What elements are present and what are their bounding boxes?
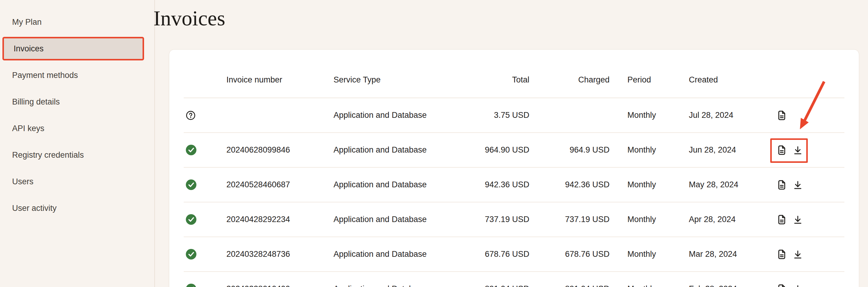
document-icon[interactable] [776,283,787,287]
header-created: Created [689,75,765,84]
cell-service-type: Application and Database [334,145,455,155]
cell-created: Feb 28, 2024 [689,284,765,287]
cell-invoice-number: 20240428292234 [226,215,334,224]
check-circle-icon [186,179,197,190]
cell-period: Monthly [610,111,689,120]
header-service-type: Service Type [334,75,455,84]
question-circle-icon [186,110,196,120]
cell-invoice-number: 20240228010400 [226,284,334,287]
cell-charged: 891.04 USD [529,284,610,287]
cell-created: Jul 28, 2024 [689,111,765,120]
cell-total: 737.19 USD [455,215,529,224]
document-icon[interactable] [776,110,787,121]
sidebar-item-label: Registry credentials [12,150,84,160]
check-circle-icon [186,249,197,260]
cell-invoice-number: 20240528460687 [226,180,334,189]
sidebar-item-label: Billing details [12,97,60,107]
download-icon[interactable] [792,214,803,225]
cell-created: May 28, 2024 [689,180,765,189]
page-title: Invoices [153,7,225,30]
document-icon[interactable] [776,179,787,191]
cell-service-type: Application and Database [334,284,455,287]
cell-created: Jun 28, 2024 [689,145,765,155]
table-row: 20240228010400 Application and Database … [184,272,844,287]
download-icon[interactable] [792,249,803,260]
download-icon[interactable] [792,179,803,190]
cell-service-type: Application and Database [334,215,455,224]
cell-service-type: Application and Database [334,111,455,120]
cell-total: 964.90 USD [455,145,529,155]
header-total: Total [455,75,529,84]
cell-period: Monthly [610,284,689,287]
check-circle-icon [186,283,197,287]
cell-invoice-number: 20240328248736 [226,250,334,259]
document-icon[interactable] [776,144,787,156]
invoices-card: Invoice number Service Type Total Charge… [169,49,859,287]
document-icon[interactable] [776,214,787,225]
table-row: 20240428292234 Application and Database … [184,203,844,237]
cell-total: 3.75 USD [455,111,529,120]
cell-period: Monthly [610,250,689,259]
table-row: Application and Database 3.75 USD Monthl… [184,98,844,133]
cell-period: Monthly [610,180,689,189]
header-period: Period [610,75,689,84]
cell-total: 942.36 USD [455,180,529,189]
cell-charged: 678.76 USD [529,250,610,259]
document-icon[interactable] [776,249,787,260]
sidebar-item-label: My Plan [12,17,42,27]
sidebar-item-label: Payment methods [12,71,78,80]
sidebar-item-user-activity[interactable]: User activity [0,195,154,221]
header-invoice-number: Invoice number [226,75,334,84]
sidebar-item-label: Users [12,177,34,186]
cell-service-type: Application and Database [334,180,455,189]
cell-total: 678.76 USD [455,250,529,259]
sidebar-item-users[interactable]: Users [0,168,154,195]
check-circle-icon [186,214,197,225]
sidebar-item-label: User activity [12,204,57,213]
billing-sidebar: My Plan Invoices Payment methods Billing… [0,0,155,287]
download-icon[interactable] [792,284,803,287]
cell-invoice-number: 20240628099846 [226,145,334,155]
download-icon[interactable] [792,145,803,155]
table-row: 20240528460687 Application and Database … [184,168,844,203]
sidebar-item-billing-details[interactable]: Billing details [0,88,154,115]
sidebar-item-label: API keys [12,124,44,133]
cell-charged: 737.19 USD [529,215,610,224]
table-row: 20240628099846 Application and Database … [184,133,844,168]
check-circle-icon [186,144,197,155]
table-row: 20240328248736 Application and Database … [184,237,844,272]
cell-created: Apr 28, 2024 [689,215,765,224]
cell-charged: 964.9 USD [529,145,610,155]
table-header-row: Invoice number Service Type Total Charge… [184,49,844,98]
header-charged: Charged [529,75,610,84]
cell-period: Monthly [610,215,689,224]
cell-created: Mar 28, 2024 [689,250,765,259]
cell-total: 891.04 USD [455,284,529,287]
sidebar-item-label: Invoices [13,44,43,53]
sidebar-item-invoices[interactable]: Invoices [2,37,144,61]
sidebar-item-api-keys[interactable]: API keys [0,115,154,142]
sidebar-item-payment-methods[interactable]: Payment methods [0,62,154,88]
cell-service-type: Application and Database [334,250,455,259]
sidebar-item-registry-credentials[interactable]: Registry credentials [0,142,154,168]
cell-period: Monthly [610,145,689,155]
cell-charged: 942.36 USD [529,180,610,189]
sidebar-item-my-plan[interactable]: My Plan [0,9,154,35]
